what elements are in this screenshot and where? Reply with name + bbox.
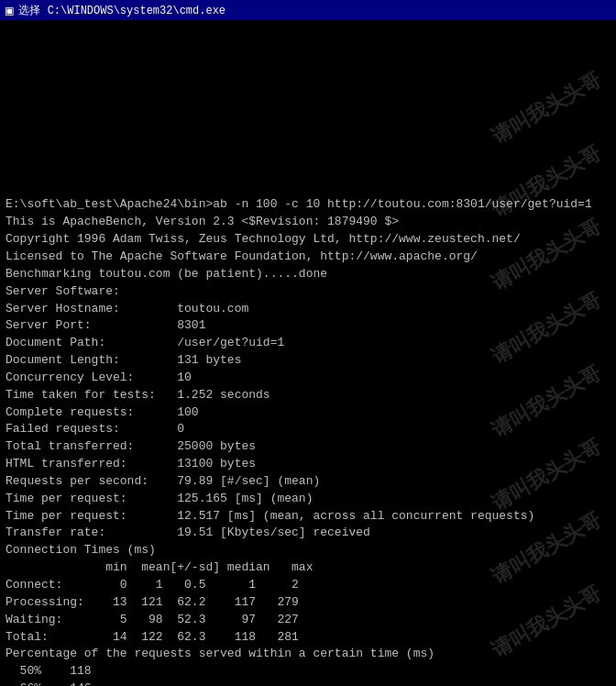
terminal-line: Transfer rate: 19.51 [Kbytes/sec] receiv… xyxy=(6,525,610,542)
terminal-line: 50% 118 xyxy=(6,663,610,680)
terminal-line: Server Software: xyxy=(6,283,610,301)
terminal-line: HTML transferred: 13100 bytes xyxy=(6,456,610,473)
terminal-line: Connection Times (ms) xyxy=(6,542,610,559)
terminal-line: min mean[+/-sd] median max xyxy=(6,559,610,577)
terminal-line: Licensed to The Apache Software Foundati… xyxy=(6,249,610,266)
terminal-line: Percentage of the requests served within… xyxy=(6,646,610,663)
terminal-line: Connect: 0 1 0.5 1 2 xyxy=(6,577,610,594)
terminal-line: Document Length: 131 bytes xyxy=(6,352,610,370)
title-bar: ▣ 选择 C:\WINDOWS\system32\cmd.exe xyxy=(0,0,616,20)
terminal-line: This is ApacheBench, Version 2.3 <$Revis… xyxy=(6,214,610,231)
terminal-line: Total transferred: 25000 bytes xyxy=(6,438,610,456)
terminal-line: Concurrency Level: 10 xyxy=(6,370,610,387)
cmd-icon: ▣ xyxy=(6,3,13,18)
terminal-line: 66% 146 xyxy=(6,680,610,686)
terminal-line: Time per request: 125.165 [ms] (mean) xyxy=(6,491,610,508)
terminal-line: Requests per second: 79.89 [#/sec] (mean… xyxy=(6,473,610,491)
terminal-line: Document Path: /user/get?uid=1 xyxy=(6,335,610,352)
terminal-line: Server Hostname: toutou.com xyxy=(6,301,610,318)
terminal-line: E:\soft\ab_test\Apache24\bin>ab -n 100 -… xyxy=(6,196,610,214)
terminal-line: Waiting: 5 98 52.3 97 227 xyxy=(6,612,610,629)
title-bar-text: 选择 C:\WINDOWS\system32\cmd.exe xyxy=(18,3,226,18)
terminal-line: Complete requests: 100 xyxy=(6,404,610,422)
terminal-window: 请叫我头头哥 请叫我头头哥 请叫我头头哥 请叫我头头哥 请叫我头头哥 请叫我头头… xyxy=(0,20,616,686)
terminal-line: Total: 14 122 62.3 118 281 xyxy=(6,629,610,647)
terminal-line: Benchmarking toutou.com (be patient)....… xyxy=(6,266,610,283)
terminal-line: Time per request: 12.517 [ms] (mean, acr… xyxy=(6,508,610,526)
terminal-line: Server Port: 8301 xyxy=(6,317,610,335)
watermark-1: 请叫我头头哥 xyxy=(487,65,606,151)
terminal-line: Time taken for tests: 1.252 seconds xyxy=(6,387,610,404)
terminal-line: Copyright 1996 Adam Twiss, Zeus Technolo… xyxy=(6,231,610,249)
terminal-line: Failed requests: 0 xyxy=(6,421,610,438)
terminal-line: Processing: 13 121 62.2 117 279 xyxy=(6,594,610,612)
terminal-content: E:\soft\ab_test\Apache24\bin>ab -n 100 -… xyxy=(6,196,610,686)
